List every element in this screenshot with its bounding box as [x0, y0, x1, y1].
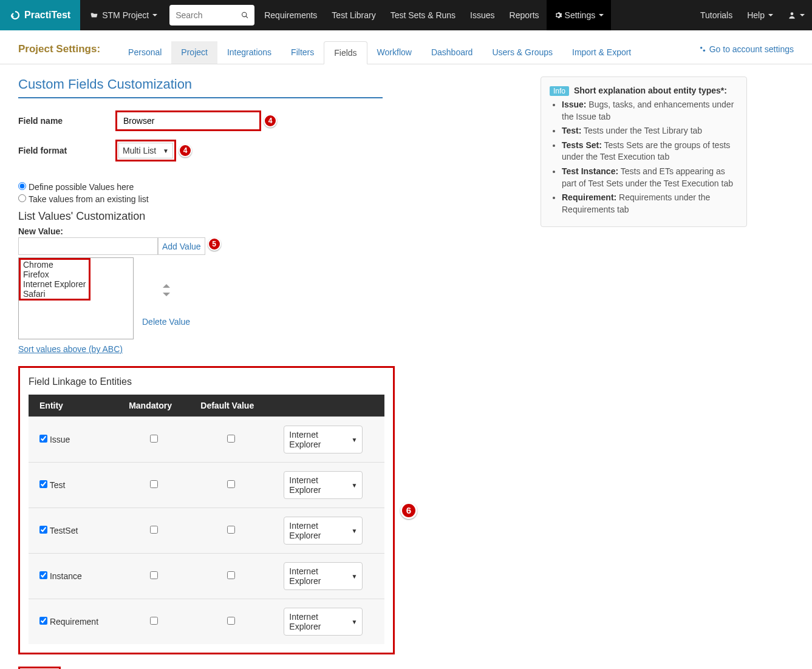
values-listbox[interactable]: Chrome Firefox Internet Explorer Safari — [18, 257, 134, 339]
new-value-label: New Value: — [18, 226, 516, 236]
default-checkbox[interactable] — [227, 617, 235, 625]
nav-help[interactable]: Help — [740, 0, 780, 30]
tab-integrations[interactable]: Integrations — [217, 41, 281, 64]
delete-value-link[interactable]: Delete Value — [142, 317, 190, 327]
default-checkbox[interactable] — [227, 480, 235, 488]
move-down-icon[interactable] — [163, 293, 170, 296]
entity-checkbox[interactable] — [39, 435, 47, 443]
project-selector[interactable]: STM Project — [80, 10, 167, 20]
svg-point-2 — [700, 46, 703, 49]
search-box[interactable] — [169, 5, 254, 25]
default-value-select[interactable]: Internet Explorer▼ — [284, 562, 363, 590]
nav-reports[interactable]: Reports — [502, 0, 547, 30]
linkage-section: Field Linkage to Entities Entity Mandato… — [18, 366, 395, 654]
list-item[interactable]: Safari — [22, 289, 87, 299]
radio-define-here-input[interactable] — [18, 182, 26, 190]
entity-label: Instance — [50, 571, 82, 581]
gear-icon — [554, 11, 562, 19]
nav-issues[interactable]: Issues — [463, 0, 502, 30]
nav-testsets-runs[interactable]: Test Sets & Runs — [383, 0, 463, 30]
default-value-select[interactable]: Internet Explorer▼ — [284, 471, 363, 499]
nav-requirements[interactable]: Requirements — [257, 0, 324, 30]
mandatory-checkbox[interactable] — [150, 571, 158, 579]
entity-checkbox[interactable] — [39, 571, 47, 579]
default-value-select[interactable]: Internet Explorer▼ — [284, 517, 363, 545]
list-item[interactable]: Firefox — [22, 270, 87, 279]
table-row: TestSetInternet Explorer▼ — [29, 508, 384, 554]
tab-workflow[interactable]: Workflow — [367, 41, 421, 64]
list-item[interactable]: Internet Explorer — [22, 279, 87, 289]
chevron-down-icon: ▼ — [351, 573, 357, 580]
info-item: Requirement: Requirements under the Requ… — [562, 192, 738, 216]
nav-test-library[interactable]: Test Library — [324, 0, 383, 30]
field-format-select[interactable]: Multi List ▼ — [118, 143, 173, 158]
sort-values-link[interactable]: Sort values above (by ABC) — [18, 344, 123, 354]
field-format-label: Field format — [18, 146, 115, 155]
move-up-icon[interactable] — [163, 284, 170, 288]
default-checkbox[interactable] — [227, 526, 235, 534]
chevron-down-icon: ▼ — [163, 148, 169, 154]
tab-project[interactable]: Project — [171, 41, 217, 64]
add-value-button[interactable]: Add Value — [158, 237, 205, 255]
list-values-heading: List Values' Customization — [18, 210, 516, 223]
caret-down-icon — [152, 14, 157, 16]
col-default: Default Value — [189, 395, 273, 417]
step-badge-6: 6 — [400, 502, 417, 519]
entity-label: Test — [50, 480, 66, 490]
user-icon — [788, 11, 796, 19]
entity-label: Issue — [50, 435, 70, 444]
default-value-text: Internet Explorer — [289, 612, 351, 631]
list-item[interactable]: Chrome — [22, 260, 87, 270]
mandatory-checkbox[interactable] — [150, 435, 158, 443]
svg-point-3 — [703, 49, 705, 52]
entity-label: TestSet — [50, 526, 78, 535]
nav-tutorials[interactable]: Tutorials — [693, 0, 740, 30]
step-badge-4b: 4 — [179, 144, 192, 157]
logo[interactable]: PractiTest — [0, 0, 80, 30]
tab-filters[interactable]: Filters — [281, 41, 324, 64]
logo-icon — [10, 10, 21, 21]
table-row: TestInternet Explorer▼ — [29, 463, 384, 508]
radio-existing-list-input[interactable] — [18, 194, 26, 202]
default-value-select[interactable]: Internet Explorer▼ — [284, 608, 363, 636]
radio-define-here[interactable]: Define possible Values here — [18, 182, 516, 192]
caret-down-icon — [800, 14, 805, 16]
radio-existing-list[interactable]: Take values from an existing list — [18, 194, 516, 204]
folder-open-icon — [90, 11, 98, 19]
col-entity: Entity — [29, 395, 118, 417]
new-value-input[interactable] — [18, 237, 158, 255]
logo-text: PractiTest — [24, 10, 70, 21]
entity-checkbox[interactable] — [39, 526, 47, 534]
linkage-heading: Field Linkage to Entities — [29, 376, 384, 387]
entity-checkbox[interactable] — [39, 617, 47, 625]
page-title: Custom Fields Customization — [18, 76, 383, 98]
default-value-select[interactable]: Internet Explorer▼ — [284, 426, 363, 453]
table-row: IssueInternet Explorer▼ — [29, 417, 384, 463]
gears-icon — [698, 45, 707, 53]
step-badge-4a: 4 — [264, 114, 277, 127]
caret-down-icon — [768, 14, 773, 16]
mandatory-checkbox[interactable] — [150, 526, 158, 534]
nav-settings[interactable]: Settings — [547, 0, 612, 30]
mandatory-checkbox[interactable] — [150, 480, 158, 488]
tab-dashboard[interactable]: Dashboard — [421, 41, 483, 64]
mandatory-checkbox[interactable] — [150, 617, 158, 625]
tab-personal[interactable]: Personal — [118, 41, 171, 64]
tab-users-groups[interactable]: Users & Groups — [482, 41, 562, 64]
default-checkbox[interactable] — [227, 435, 235, 443]
default-value-text: Internet Explorer — [289, 430, 351, 449]
entity-checkbox[interactable] — [39, 480, 47, 488]
tab-import-export[interactable]: Import & Export — [562, 41, 641, 64]
go-to-account-settings[interactable]: Go to account settings — [698, 44, 794, 61]
chevron-down-icon: ▼ — [351, 482, 357, 489]
subnav-title: Project Settings: — [18, 43, 100, 63]
default-checkbox[interactable] — [227, 571, 235, 579]
project-name: STM Project — [102, 10, 149, 20]
tab-fields[interactable]: Fields — [324, 41, 367, 64]
nav-settings-label: Settings — [565, 10, 596, 20]
search-icon — [241, 11, 249, 19]
col-mandatory: Mandatory — [118, 395, 189, 417]
nav-user-menu[interactable] — [780, 0, 812, 30]
search-input[interactable] — [176, 10, 241, 20]
field-name-input[interactable] — [115, 110, 261, 131]
